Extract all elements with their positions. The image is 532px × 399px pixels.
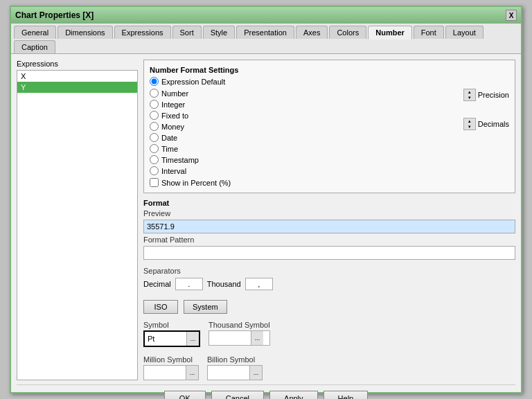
apply-button[interactable]: Apply [269,391,318,399]
iso-button[interactable]: ISO [143,300,178,314]
number-radio[interactable] [150,89,159,98]
close-button[interactable]: X [506,10,517,21]
system-button[interactable]: System [184,300,227,314]
date-radio[interactable] [150,133,159,142]
precision-up[interactable]: ▲ [464,89,475,95]
money-label: Money [161,123,184,131]
title-bar: Chart Properties [X] X [11,7,521,24]
money-radio[interactable] [150,122,159,131]
decimals-label: Decimals [478,120,509,128]
billion-symbol-browse-button[interactable]: ... [249,366,262,380]
timestamp-label: Timestamp [161,156,199,164]
decimals-group: ▲ ▼ Decimals [463,118,509,130]
precision-block: ▲ ▼ Precision ▲ ▼ Decimals [463,89,509,175]
symbol-browse-button[interactable]: ... [186,332,199,346]
right-panels-container: Format Preview Format Pattern Separators… [143,199,515,380]
timestamp-radio[interactable] [150,155,159,164]
time-label: Time [161,145,178,153]
decimal-input[interactable] [175,278,203,290]
main-content: Expressions X Y Number Format Settings E… [11,54,521,399]
symbol-input[interactable] [145,332,186,346]
thousand-symbol-input[interactable] [209,331,251,345]
tab-style[interactable]: Style [203,26,235,39]
bottom-buttons: OK Cancel Apply Help [17,384,515,399]
decimals-spinner[interactable]: ▲ ▼ [463,118,476,130]
radio-interval: Interval [150,166,458,175]
decimal-label: Decimal [143,280,171,288]
symbol-label: Symbol [143,321,200,329]
thousand-symbol-browse-button[interactable]: ... [251,331,263,345]
separators-section: Separators Decimal Thousand [143,267,515,290]
tab-number[interactable]: Number [368,26,412,39]
format-block: Format Preview Format Pattern [143,199,515,260]
expr-item-y[interactable]: Y [17,82,137,93]
expression-default-label: Expression Default [161,78,225,86]
number-format-title: Number Format Settings [150,66,509,74]
ok-button[interactable]: OK [164,391,206,399]
expr-item-x[interactable]: X [17,71,137,82]
date-label: Date [161,134,177,142]
integer-radio[interactable] [150,100,159,109]
right-panel: Number Format Settings Expression Defaul… [143,60,515,380]
radio-time: Time [150,144,458,153]
show-percent-row: Show in Percent (%) [150,178,509,187]
million-symbol-input-row: ... [143,365,199,380]
tab-general[interactable]: General [14,26,56,39]
thousand-symbol-input-row: ... [209,330,270,346]
decimals-down[interactable]: ▼ [464,124,475,130]
show-percent-checkbox[interactable] [150,178,159,187]
format-and-sep: Format Preview Format Pattern Separators… [143,199,515,380]
thousand-input[interactable] [245,278,273,290]
preview-input[interactable] [143,220,515,233]
integer-label: Integer [161,100,185,109]
radio-money: Money [150,122,458,131]
precision-down[interactable]: ▼ [464,95,475,100]
million-symbol-input[interactable] [144,366,186,380]
format-pattern-input[interactable] [143,246,515,260]
left-panel: Expressions X Y [17,60,138,380]
tab-colors[interactable]: Colors [329,26,366,39]
expression-default-row: Expression Default [150,77,509,86]
tab-dimensions[interactable]: Dimensions [57,26,112,39]
decimals-up[interactable]: ▲ [464,118,475,124]
fixed-radio[interactable] [150,111,159,120]
thousand-symbol-label: Thousand Symbol [209,321,270,329]
expressions-label: Expressions [17,60,138,68]
interval-label: Interval [161,167,186,175]
separators-label: Separators [143,267,515,275]
tab-axes[interactable]: Axes [296,26,328,39]
symbol-input-row: ... [143,330,200,347]
billion-symbol-input-row: ... [207,365,263,380]
content-area: Expressions X Y Number Format Settings E… [17,60,515,380]
format-pattern-label: Format Pattern [143,236,515,244]
number-options: Number Integer Fixed to [150,89,509,175]
radio-date: Date [150,133,458,142]
chart-properties-window: Chart Properties [X] X General Dimension… [10,6,522,393]
help-button[interactable]: Help [323,391,369,399]
show-percent-label: Show in Percent (%) [161,179,231,187]
radio-column: Number Integer Fixed to [150,89,458,175]
window-title: Chart Properties [X] [15,10,94,20]
radio-timestamp: Timestamp [150,155,458,164]
billion-symbol-label: Billion Symbol [207,355,263,364]
format-label: Format [143,199,515,207]
tab-expressions[interactable]: Expressions [114,26,171,39]
tab-presentation[interactable]: Presentation [236,26,294,39]
time-radio[interactable] [150,144,159,153]
tab-font[interactable]: Font [414,26,444,39]
billion-symbol-input[interactable] [208,366,249,380]
interval-radio[interactable] [150,166,159,175]
tabs-container: General Dimensions Expressions Sort Styl… [11,24,521,54]
billion-symbol-block: Billion Symbol ... [207,355,263,380]
precision-spinner[interactable]: ▲ ▼ [463,89,476,101]
tab-layout[interactable]: Layout [445,26,484,39]
decimal-sep-row: Decimal Thousand [143,278,515,290]
expression-default-radio[interactable] [150,77,159,86]
radio-number: Number [150,89,458,98]
million-symbol-browse-button[interactable]: ... [186,366,198,380]
tab-caption[interactable]: Caption [14,40,55,53]
number-format-section: Number Format Settings Expression Defaul… [143,60,515,193]
iso-system-row: ISO System [143,300,515,314]
tab-sort[interactable]: Sort [172,26,202,39]
cancel-button[interactable]: Cancel [211,391,264,399]
